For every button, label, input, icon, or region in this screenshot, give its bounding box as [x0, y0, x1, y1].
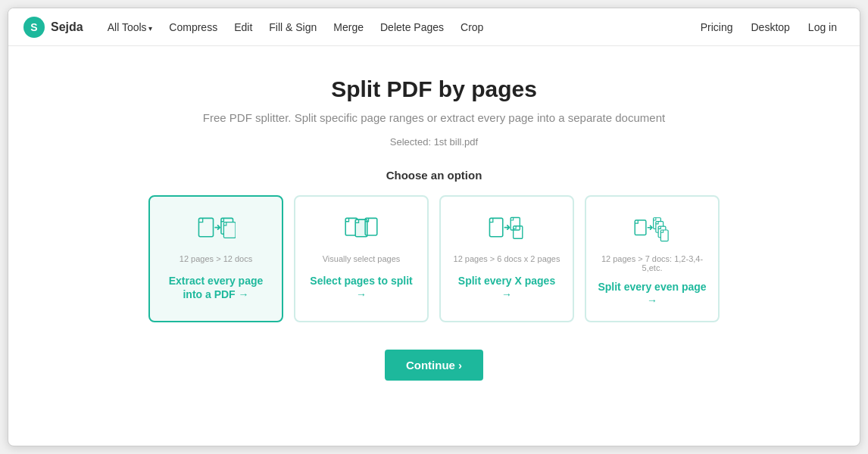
nav-compress[interactable]: Compress	[161, 17, 225, 38]
option-card-extract-every[interactable]: 12 pages > 12 docs Extract every page in…	[148, 195, 283, 322]
main-content: Split PDF by pages Free PDF splitter. Sp…	[8, 46, 860, 446]
nav-login[interactable]: Log in	[801, 17, 845, 38]
option-card-split-x-action: Split every X pages →	[451, 274, 562, 301]
nav-fill-sign[interactable]: Fill & Sign	[261, 17, 324, 38]
choose-option-label: Choose an option	[386, 169, 482, 182]
logo-area[interactable]: S Sejda	[23, 17, 83, 38]
nav-delete-pages[interactable]: Delete Pages	[373, 17, 451, 38]
svg-rect-8	[514, 226, 523, 238]
svg-rect-6	[489, 218, 502, 236]
navbar: S Sejda All Tools Compress Edit Fill & S…	[8, 8, 860, 46]
option-card-split-x[interactable]: 12 pages > 6 docs x 2 pages Split every …	[439, 195, 574, 322]
option-card-split-even-action: Split every even page →	[597, 280, 707, 307]
nav-crop[interactable]: Crop	[453, 17, 491, 38]
logo-icon: S	[23, 17, 45, 38]
continue-button[interactable]: Continue ›	[385, 350, 483, 381]
browser-window: S Sejda All Tools Compress Edit Fill & S…	[8, 8, 860, 446]
nav-all-tools[interactable]: All Tools	[100, 17, 161, 38]
svg-rect-9	[635, 220, 646, 235]
option-card-split-x-sub: 12 pages > 6 docs x 2 pages	[454, 254, 560, 266]
nav-links: All Tools Compress Edit Fill & Sign Merg…	[100, 17, 688, 38]
svg-rect-13	[660, 230, 668, 241]
option-card-extract-every-action: Extract every page into a PDF →	[161, 274, 271, 301]
svg-rect-2	[223, 222, 236, 238]
option-card-select-pages-action: Select pages to split →	[306, 274, 417, 301]
svg-rect-7	[510, 218, 520, 230]
split-even-icon	[632, 212, 672, 248]
nav-desktop[interactable]: Desktop	[743, 17, 797, 38]
option-card-split-even[interactable]: 12 pages > 7 docs: 1,2-3,4-5,etc. Split …	[585, 195, 720, 322]
option-card-extract-every-sub: 12 pages > 12 docs	[180, 254, 252, 266]
page-subtitle: Free PDF splitter. Split specific page r…	[203, 111, 665, 124]
page-title: Split PDF by pages	[331, 76, 537, 102]
nav-right: Pricing Desktop Log in	[693, 17, 845, 38]
select-pages-icon	[342, 212, 381, 248]
options-grid: 12 pages > 12 docs Extract every page in…	[148, 195, 720, 322]
split-x-icon	[487, 212, 526, 248]
extract-every-icon	[196, 212, 236, 248]
nav-merge[interactable]: Merge	[326, 17, 371, 38]
option-card-select-pages-sub: Visually select pages	[323, 254, 401, 266]
logo-name: Sejda	[51, 20, 83, 34]
nav-pricing[interactable]: Pricing	[693, 17, 741, 38]
nav-edit[interactable]: Edit	[226, 17, 260, 38]
option-card-split-even-sub: 12 pages > 7 docs: 1,2-3,4-5,etc.	[597, 254, 707, 272]
svg-rect-0	[198, 218, 213, 236]
option-card-select-pages[interactable]: Visually select pages Select pages to sp…	[294, 195, 429, 322]
selected-file-label: Selected: 1st bill.pdf	[390, 136, 478, 148]
